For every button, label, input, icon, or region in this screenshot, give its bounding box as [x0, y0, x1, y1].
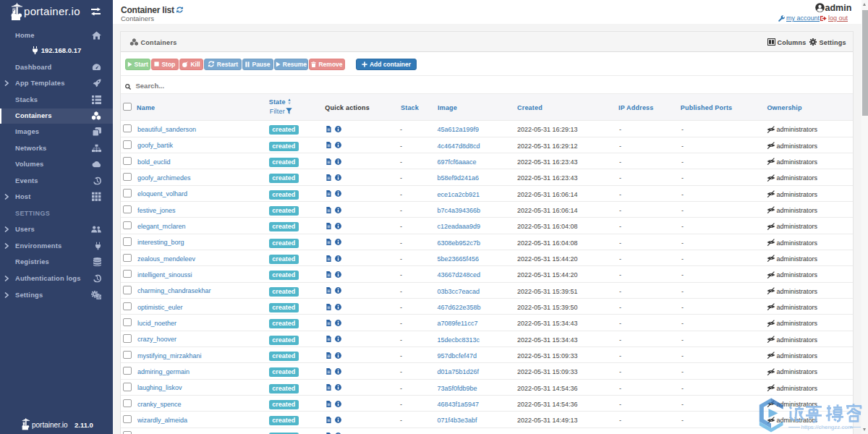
- svg-text:https://chengzz.com: https://chengzz.com: [801, 424, 853, 430]
